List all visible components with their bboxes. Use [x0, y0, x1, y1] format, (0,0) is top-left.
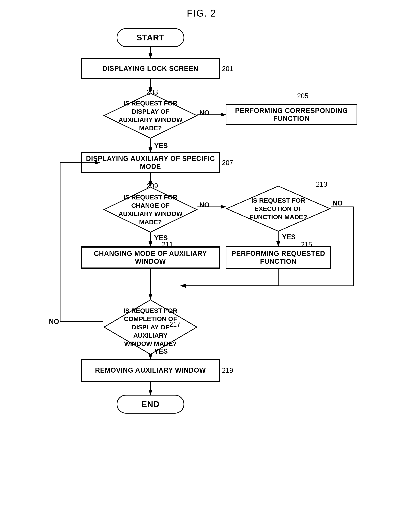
node-219: REMOVING AUXILIARY WINDOW: [81, 359, 220, 382]
figure-title: FIG. 2: [187, 7, 216, 19]
flowchart-diagram: FIG. 2: [0, 0, 403, 532]
ref-219: 219: [222, 367, 233, 374]
diamond-203: IS REQUEST FOR DISPLAY OF AUXILIARY WIND…: [103, 92, 198, 139]
node-205: PERFORMING CORRESPONDING FUNCTION: [226, 104, 357, 125]
label-213-yes: YES: [282, 233, 296, 241]
ref-211: 211: [162, 241, 173, 248]
label-217-yes: YES: [154, 347, 168, 355]
diamond-209: IS REQUEST FOR CHANGE OF AUXILIARY WINDO…: [103, 186, 198, 233]
ref-213: 213: [316, 180, 327, 188]
node-207: DISPLAYING AUXILIARY OF SPECIFIC MODE: [81, 152, 220, 173]
end-node: END: [117, 395, 184, 414]
ref-207: 207: [222, 159, 233, 167]
ref-205: 205: [297, 92, 308, 100]
node-201: DISPLAYING LOCK SCREEN: [81, 58, 220, 79]
start-node: START: [117, 28, 184, 47]
label-203-yes: YES: [154, 142, 168, 150]
diamond-213: IS REQUEST FOR EXECUTION OF FUNCTION MAD…: [226, 185, 331, 232]
label-217-no: NO: [49, 318, 59, 326]
diamond-217: IS REQUEST FOR COMPLETION OF DISPLAY OF …: [103, 299, 198, 355]
label-213-no: NO: [333, 199, 343, 207]
node-211: CHANGING MODE OF AUXILIARY WINDOW: [81, 246, 220, 269]
ref-201: 201: [222, 65, 233, 73]
ref-203: 203: [147, 88, 158, 96]
ref-209: 209: [147, 182, 158, 190]
label-203-no: NO: [199, 109, 210, 117]
node-215: PERFORMING REQUESTED FUNCTION: [226, 246, 331, 269]
label-209-no: NO: [199, 201, 210, 209]
ref-215: 215: [301, 241, 312, 248]
